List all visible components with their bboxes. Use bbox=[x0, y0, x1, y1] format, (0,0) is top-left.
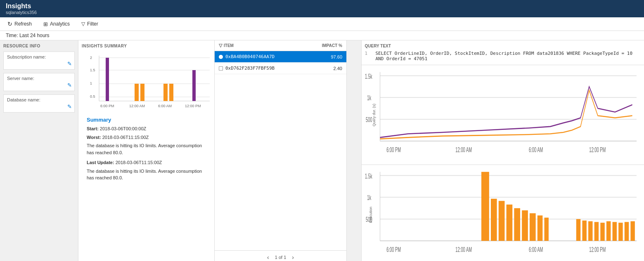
svg-rect-10 bbox=[106, 58, 109, 101]
svg-rect-51 bbox=[588, 221, 592, 241]
database-field: Database name: ✎ bbox=[3, 94, 75, 113]
app-title: Insights bbox=[6, 2, 638, 10]
query-text-label: QUERY TEXT bbox=[365, 44, 641, 48]
start-value: 2018-03-06T00:00:00Z bbox=[100, 126, 147, 131]
last-update-label: Last Update: bbox=[87, 160, 114, 165]
svg-text:0.5: 0.5 bbox=[90, 94, 95, 99]
subscription-label: Subscription name: bbox=[7, 54, 71, 59]
toolbar: ↻ Refresh ⊞ Analytics ▽ Filter bbox=[0, 17, 644, 31]
svg-text:500: 500 bbox=[366, 116, 372, 124]
query-text-content: 1 SELECT OrderLineID, OrderID, StockItem… bbox=[365, 51, 641, 61]
query-duration-chart: Query dur. (s) 1.5k 1k 500 6:00 PM 1 bbox=[362, 65, 644, 165]
svg-text:1k: 1k bbox=[367, 194, 371, 202]
subscription-field: Subscription name: ✎ bbox=[3, 52, 75, 70]
analytics-button[interactable]: ⊞ Analytics bbox=[42, 20, 71, 28]
svg-rect-49 bbox=[576, 219, 580, 241]
query-text: SELECT OrderLineID, OrderID, StockItemID… bbox=[376, 51, 641, 61]
database-label: Database name: bbox=[7, 97, 71, 102]
svg-rect-41 bbox=[491, 199, 497, 241]
subscription-edit-icon[interactable]: ✎ bbox=[67, 61, 72, 67]
svg-text:6:00 AM: 6:00 AM bbox=[528, 146, 542, 153]
resource-info-label: RESOURCE INFO bbox=[3, 44, 75, 48]
insights-chart-panel: INSIGHTS SUMMARY 2 1.5 1 0.5 bbox=[78, 40, 215, 261]
svg-rect-11 bbox=[135, 84, 139, 101]
svg-rect-58 bbox=[630, 221, 635, 241]
filter-label: Filter bbox=[87, 21, 98, 27]
col-impact-header: IMPACT % bbox=[309, 43, 342, 48]
prev-page-button[interactable]: ‹ bbox=[265, 253, 272, 261]
filter-icon: ▽ bbox=[81, 21, 85, 27]
last-update-value: 2018-03-06T11:15:00Z bbox=[116, 160, 162, 165]
svg-text:12:00 PM: 12:00 PM bbox=[589, 246, 606, 253]
refresh-button[interactable]: ↻ Refresh bbox=[6, 20, 33, 28]
y-label-execution: Execution bbox=[368, 207, 372, 223]
summary-section: Summary Start: 2018-03-06T00:00:00Z Wors… bbox=[82, 113, 211, 186]
item-id: 0xD762F283F7FBF59B bbox=[225, 66, 315, 71]
worst-value: 2018-03-06T11:15:00Z bbox=[102, 135, 149, 140]
main-content: RESOURCE INFO Subscription name: ✎ Serve… bbox=[0, 40, 644, 261]
svg-rect-57 bbox=[624, 222, 628, 241]
items-pagination: ‹ 1 of 1 › bbox=[215, 250, 346, 261]
svg-text:12:00 AM: 12:00 AM bbox=[455, 246, 472, 253]
item-id: 0xBA4B0B040746AA7D bbox=[225, 54, 315, 59]
filter-button[interactable]: ▽ Filter bbox=[80, 20, 100, 28]
list-item[interactable]: 0xBA4B0B040746AA7D 97.60 bbox=[215, 51, 346, 63]
item-impact: 2.40 bbox=[317, 66, 342, 71]
current-page: 1 bbox=[275, 255, 277, 260]
svg-rect-56 bbox=[618, 223, 623, 241]
refresh-label: Refresh bbox=[14, 21, 32, 27]
svg-text:6:00 AM: 6:00 AM bbox=[158, 104, 172, 108]
svg-text:12:00 PM: 12:00 PM bbox=[589, 146, 606, 153]
items-panel: ▽ ITEM IMPACT % 0xBA4B0B040746AA7D 97.60… bbox=[215, 40, 347, 261]
insights-summary-panel: INSIGHTS SUMMARY 2 1.5 1 0.5 bbox=[78, 40, 361, 261]
center-area: INSIGHTS SUMMARY 2 1.5 1 0.5 bbox=[78, 40, 361, 261]
query-text-panel: QUERY TEXT 1 SELECT OrderLineID, OrderID… bbox=[362, 40, 644, 65]
svg-rect-13 bbox=[163, 84, 168, 101]
analytics-label: Analytics bbox=[50, 21, 70, 27]
summary-worst: Worst: 2018-03-06T11:15:00Z bbox=[87, 134, 206, 141]
summary-last-update: Last Update: 2018-03-06T11:15:00Z bbox=[87, 159, 206, 166]
database-edit-icon[interactable]: ✎ bbox=[67, 103, 72, 110]
worst-label: Worst: bbox=[87, 135, 101, 140]
grid-icon: ⊞ bbox=[43, 21, 48, 27]
app-header: Insights sqlanalytics356 bbox=[0, 0, 644, 17]
total-pages: 1 bbox=[284, 255, 286, 260]
svg-rect-46 bbox=[530, 213, 536, 241]
of-label: of bbox=[279, 255, 282, 260]
summary-desc2: The database is hitting its IO limits. A… bbox=[87, 168, 206, 181]
svg-rect-14 bbox=[169, 84, 173, 101]
svg-rect-48 bbox=[544, 218, 548, 241]
svg-text:12:00 PM: 12:00 PM bbox=[185, 104, 201, 108]
line-number: 1 bbox=[365, 51, 372, 61]
duration-chart-svg: 1.5k 1k 500 6:00 PM 12:00 AM 6:00 AM 12:… bbox=[365, 68, 641, 163]
refresh-icon: ↻ bbox=[7, 21, 12, 27]
server-label: Server name: bbox=[7, 76, 71, 81]
next-page-button[interactable]: › bbox=[289, 253, 296, 261]
svg-rect-43 bbox=[506, 205, 512, 241]
summary-start: Start: 2018-03-06T00:00:00Z bbox=[87, 125, 206, 132]
execution-chart-svg: 1.5k 1k 500 bbox=[365, 168, 641, 261]
svg-text:1.5: 1.5 bbox=[90, 68, 95, 72]
app-subtitle: sqlanalytics356 bbox=[6, 10, 638, 15]
svg-text:6:00 PM: 6:00 PM bbox=[100, 104, 114, 108]
insights-summary-label: INSIGHTS SUMMARY bbox=[82, 44, 211, 48]
time-bar: Time: Last 24 hours bbox=[0, 31, 644, 40]
svg-rect-52 bbox=[594, 222, 598, 241]
svg-text:6:00 PM: 6:00 PM bbox=[386, 146, 401, 153]
svg-rect-42 bbox=[498, 201, 504, 241]
filter-funnel-icon: ▽ bbox=[219, 43, 222, 48]
svg-rect-54 bbox=[606, 221, 610, 241]
items-header: ▽ ITEM IMPACT % bbox=[215, 40, 346, 51]
svg-rect-45 bbox=[522, 210, 528, 241]
svg-rect-40 bbox=[481, 172, 489, 241]
svg-rect-50 bbox=[582, 221, 586, 241]
svg-text:6:00 AM: 6:00 AM bbox=[528, 246, 542, 253]
server-field: Server name: ✎ bbox=[3, 73, 75, 91]
execution-chart: Execution 1.5k 1k 500 bbox=[362, 165, 644, 261]
server-edit-icon[interactable]: ✎ bbox=[67, 82, 72, 88]
svg-text:12:00 AM: 12:00 AM bbox=[129, 104, 145, 108]
svg-text:2: 2 bbox=[90, 56, 92, 60]
svg-text:12:00 AM: 12:00 AM bbox=[455, 146, 472, 153]
list-item[interactable]: 0xD762F283F7FBF59B 2.40 bbox=[215, 63, 346, 74]
y-label-duration: Query dur. (s) bbox=[372, 103, 376, 126]
